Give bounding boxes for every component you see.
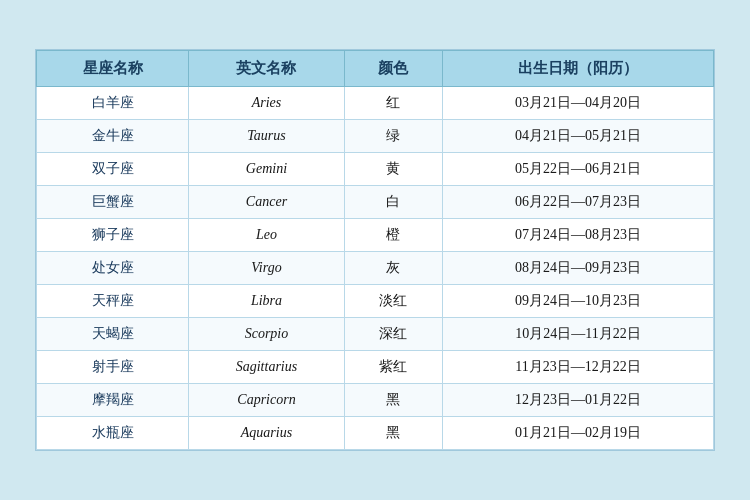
cell-english-name: Taurus	[189, 120, 344, 153]
cell-color: 黑	[344, 417, 443, 450]
cell-color: 红	[344, 87, 443, 120]
table-row: 水瓶座Aquarius黑01月21日—02月19日	[37, 417, 714, 450]
cell-chinese-name: 处女座	[37, 252, 189, 285]
cell-english-name: Gemini	[189, 153, 344, 186]
cell-chinese-name: 双子座	[37, 153, 189, 186]
cell-color: 绿	[344, 120, 443, 153]
cell-color: 灰	[344, 252, 443, 285]
cell-english-name: Cancer	[189, 186, 344, 219]
cell-chinese-name: 射手座	[37, 351, 189, 384]
cell-dates: 09月24日—10月23日	[443, 285, 714, 318]
table-row: 狮子座Leo橙07月24日—08月23日	[37, 219, 714, 252]
cell-color: 黄	[344, 153, 443, 186]
cell-dates: 06月22日—07月23日	[443, 186, 714, 219]
cell-chinese-name: 金牛座	[37, 120, 189, 153]
cell-dates: 07月24日—08月23日	[443, 219, 714, 252]
cell-dates: 01月21日—02月19日	[443, 417, 714, 450]
cell-chinese-name: 摩羯座	[37, 384, 189, 417]
table-row: 金牛座Taurus绿04月21日—05月21日	[37, 120, 714, 153]
table-row: 天秤座Libra淡红09月24日—10月23日	[37, 285, 714, 318]
cell-chinese-name: 水瓶座	[37, 417, 189, 450]
cell-color: 淡红	[344, 285, 443, 318]
zodiac-table: 星座名称 英文名称 颜色 出生日期（阳历） 白羊座Aries红03月21日—04…	[36, 50, 714, 450]
cell-chinese-name: 白羊座	[37, 87, 189, 120]
cell-chinese-name: 天蝎座	[37, 318, 189, 351]
cell-dates: 04月21日—05月21日	[443, 120, 714, 153]
col-header-color: 颜色	[344, 51, 443, 87]
cell-color: 深红	[344, 318, 443, 351]
zodiac-table-container: 星座名称 英文名称 颜色 出生日期（阳历） 白羊座Aries红03月21日—04…	[35, 49, 715, 451]
table-row: 处女座Virgo灰08月24日—09月23日	[37, 252, 714, 285]
cell-chinese-name: 天秤座	[37, 285, 189, 318]
cell-dates: 11月23日—12月22日	[443, 351, 714, 384]
table-body: 白羊座Aries红03月21日—04月20日金牛座Taurus绿04月21日—0…	[37, 87, 714, 450]
cell-chinese-name: 巨蟹座	[37, 186, 189, 219]
table-header-row: 星座名称 英文名称 颜色 出生日期（阳历）	[37, 51, 714, 87]
cell-english-name: Libra	[189, 285, 344, 318]
cell-english-name: Leo	[189, 219, 344, 252]
table-row: 双子座Gemini黄05月22日—06月21日	[37, 153, 714, 186]
cell-english-name: Scorpio	[189, 318, 344, 351]
cell-color: 白	[344, 186, 443, 219]
table-row: 摩羯座Capricorn黑12月23日—01月22日	[37, 384, 714, 417]
table-row: 白羊座Aries红03月21日—04月20日	[37, 87, 714, 120]
cell-dates: 03月21日—04月20日	[443, 87, 714, 120]
col-header-english: 英文名称	[189, 51, 344, 87]
cell-color: 橙	[344, 219, 443, 252]
table-row: 射手座Sagittarius紫红11月23日—12月22日	[37, 351, 714, 384]
cell-english-name: Virgo	[189, 252, 344, 285]
cell-dates: 10月24日—11月22日	[443, 318, 714, 351]
cell-dates: 12月23日—01月22日	[443, 384, 714, 417]
cell-chinese-name: 狮子座	[37, 219, 189, 252]
cell-color: 黑	[344, 384, 443, 417]
cell-english-name: Aquarius	[189, 417, 344, 450]
cell-color: 紫红	[344, 351, 443, 384]
col-header-chinese: 星座名称	[37, 51, 189, 87]
cell-dates: 08月24日—09月23日	[443, 252, 714, 285]
cell-english-name: Sagittarius	[189, 351, 344, 384]
table-row: 巨蟹座Cancer白06月22日—07月23日	[37, 186, 714, 219]
table-row: 天蝎座Scorpio深红10月24日—11月22日	[37, 318, 714, 351]
cell-english-name: Aries	[189, 87, 344, 120]
col-header-dates: 出生日期（阳历）	[443, 51, 714, 87]
cell-dates: 05月22日—06月21日	[443, 153, 714, 186]
cell-english-name: Capricorn	[189, 384, 344, 417]
